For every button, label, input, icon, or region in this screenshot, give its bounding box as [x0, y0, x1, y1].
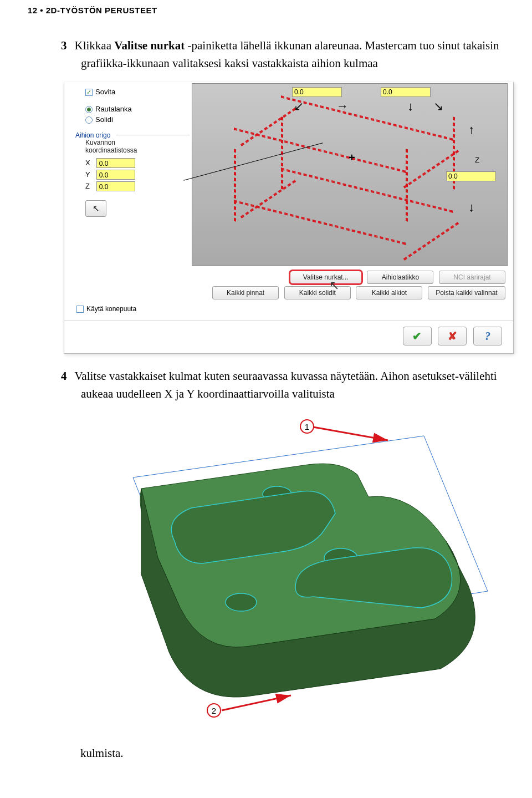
pick-origin-button[interactable]: ↖: [85, 200, 106, 217]
kayta-konepuuta-checkbox[interactable]: [76, 306, 84, 313]
dim-z-field[interactable]: 0.0: [446, 171, 496, 181]
dim-arrow-icon-3: ↓: [407, 99, 413, 114]
dim-arrow-icon-5: ↑: [468, 123, 474, 137]
help-icon: ?: [485, 330, 490, 342]
step-3-bold: Valitse nurkat: [114, 39, 185, 52]
cancel-button[interactable]: ✘: [438, 327, 467, 345]
rautalanka-radio[interactable]: [85, 106, 93, 113]
kuvannon-1: Kuvannon: [85, 139, 188, 146]
dialog-screenshot: ✓Sovita Rautalanka Solidi Aihion origo K…: [64, 82, 514, 354]
part-svg: [80, 419, 502, 730]
kaikki-alkiot-button[interactable]: Kaikki alkiot: [356, 286, 422, 299]
nci-aarirajat-button: NCI äärirajat: [439, 271, 505, 284]
solidi-row[interactable]: Solidi: [85, 115, 188, 124]
svg-line-5: [222, 695, 291, 710]
kayta-konepuuta-label: Käytä konepuuta: [86, 305, 136, 313]
solidi-radio[interactable]: [85, 116, 93, 124]
close-icon: ✘: [448, 330, 457, 342]
dim-arrow-icon-4: ↘: [433, 99, 443, 114]
sovita-checkbox[interactable]: ✓: [85, 89, 93, 96]
origin-cross-icon: +: [349, 151, 355, 164]
sovita-label: Sovita: [95, 88, 115, 96]
step-4-text: Valitse vastakkaiset kulmat kuten seuraa…: [75, 369, 497, 400]
aihion-origo-group: Aihion origo: [75, 131, 188, 139]
dim-arrow-icon: ↙: [294, 99, 304, 114]
y-field[interactable]: 0.0: [96, 170, 135, 180]
dim-arrow-icon-6: ↓: [468, 200, 474, 215]
step-3: 3Klikkaa Valitse nurkat -painiketta lähe…: [61, 37, 504, 72]
step-3-pre: Klikkaa: [75, 39, 115, 52]
last-word: kulmista.: [80, 746, 504, 760]
help-button[interactable]: ?: [473, 327, 502, 345]
graphics-preview: + 0.0 ↙ → 0.0 ↓ ↘ ↑ ↓ Z 0.0: [192, 83, 508, 266]
rautalanka-row[interactable]: Rautalanka: [85, 105, 188, 113]
z-label: Z: [85, 182, 94, 190]
dim-arrow-icon-2: →: [336, 99, 349, 114]
kaikki-solidit-button[interactable]: Kaikki solidit: [284, 286, 351, 299]
sovita-row[interactable]: ✓Sovita: [85, 88, 188, 96]
dialog-footer: ✔ ✘ ?: [64, 321, 513, 353]
dim-top-1[interactable]: 0.0: [292, 87, 342, 97]
valitse-nurkat-button[interactable]: Valitse nurkat...: [290, 271, 362, 284]
solidi-label: Solidi: [95, 115, 113, 124]
step-3-num: 3: [61, 39, 67, 52]
part-figure: 1 2: [80, 419, 502, 730]
aihiolaatikko-button[interactable]: Aihiolaatikko: [367, 271, 433, 284]
kaikki-pinnat-button[interactable]: Kaikki pinnat: [212, 286, 279, 299]
cursor-icon: ↖: [93, 204, 100, 214]
step-4-num: 4: [61, 369, 67, 383]
x-field[interactable]: 0.0: [96, 158, 135, 168]
dim-top-2[interactable]: 0.0: [381, 87, 431, 97]
svg-line-4: [313, 427, 388, 440]
kuvannon-2: koordinaatistossa: [85, 146, 188, 154]
dim-z-label: Z: [475, 156, 479, 164]
y-label: Y: [85, 170, 94, 179]
z-field[interactable]: 0.0: [96, 181, 135, 191]
dialog-left-panel: ✓Sovita Rautalanka Solidi Aihion origo K…: [64, 82, 192, 220]
page-header: 12 • 2D-TYÖSTÖN PERUSTEET: [28, 6, 504, 15]
poista-valinnat-button[interactable]: Poista kaikki valinnat: [428, 286, 505, 299]
svg-point-3: [226, 593, 257, 611]
ok-button[interactable]: ✔: [403, 327, 432, 345]
rautalanka-label: Rautalanka: [95, 105, 132, 113]
kayta-konepuuta-row[interactable]: Käytä konepuuta: [76, 305, 513, 313]
check-icon: ✔: [412, 330, 422, 342]
x-label: X: [85, 159, 94, 167]
step-4: 4Valitse vastakkaiset kulmat kuten seura…: [61, 368, 504, 403]
